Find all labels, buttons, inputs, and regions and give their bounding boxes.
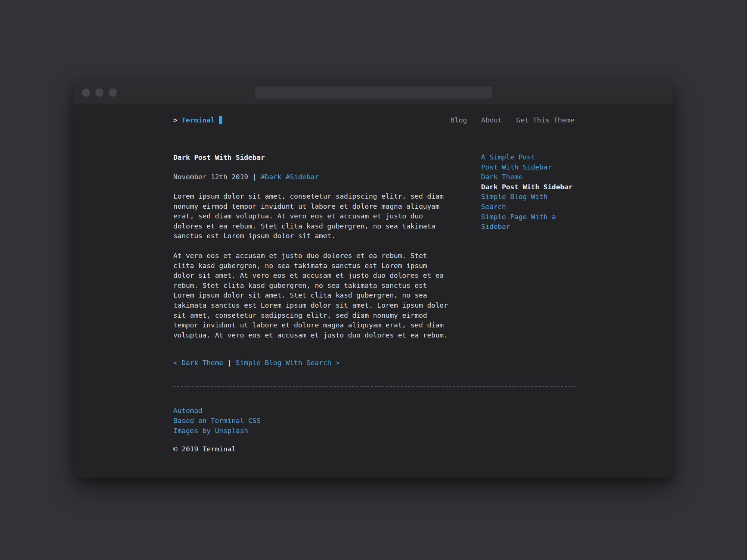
sidebar-item-dark-theme[interactable]: Dark Theme — [481, 172, 574, 182]
post-paragraph: Lorem ipsum dolor sit amet, consetetur s… — [173, 192, 450, 241]
window-controls — [82, 88, 117, 97]
meta-separator: | — [252, 173, 257, 181]
site-footer: Automad Based on Terminal CSS Images by … — [173, 405, 574, 454]
main-nav: Blog About Get This Theme — [450, 116, 574, 124]
content-columns: Dark Post With Sidebar November 12th 201… — [173, 152, 574, 368]
post-title: Dark Post With Sidebar — [173, 152, 450, 162]
sidebar: A Simple Post Post With Sidebar Dark The… — [481, 152, 574, 368]
post-meta: November 12th 2019 | #Dark #Sidebar — [173, 172, 450, 182]
nav-item-blog[interactable]: Blog — [450, 116, 467, 124]
footer-links: Automad Based on Terminal CSS Images by … — [173, 405, 574, 436]
post-paragraph: At vero eos et accusam et justo duo dolo… — [173, 251, 450, 340]
cursor-block-icon — [219, 116, 222, 124]
brand-link[interactable]: Terminal — [182, 116, 215, 124]
browser-window: > Terminal Blog About Get This Theme Dar… — [74, 81, 673, 478]
footer-link-unsplash[interactable]: Images by Unsplash — [173, 426, 574, 436]
tag-sidebar[interactable]: #Sidebar — [286, 173, 319, 181]
window-titlebar — [74, 81, 673, 104]
post-pagination: < Dark Theme | Simple Blog With Search > — [173, 358, 450, 368]
sidebar-item-simple-page-with-a-sidebar[interactable]: Simple Page With a Sidebar — [481, 212, 574, 232]
nav-item-get-this-theme[interactable]: Get This Theme — [516, 116, 574, 124]
page-content: > Terminal Blog About Get This Theme Dar… — [74, 104, 673, 454]
sidebar-item-a-simple-post[interactable]: A Simple Post — [481, 152, 574, 162]
copyright-text: © 2019 Terminal — [173, 444, 574, 454]
pagination-separator: | — [227, 359, 232, 367]
site-header: > Terminal Blog About Get This Theme — [173, 115, 574, 125]
sidebar-item-dark-post-with-sidebar-current: Dark Post With Sidebar — [481, 182, 574, 192]
tag-dark[interactable]: #Dark — [261, 173, 282, 181]
site-brand: > Terminal — [173, 116, 222, 124]
nav-item-about[interactable]: About — [481, 116, 502, 124]
pagination-prev-link[interactable]: < Dark Theme — [173, 359, 223, 367]
window-close-button[interactable] — [82, 88, 90, 97]
dashed-divider — [173, 386, 574, 387]
window-zoom-button[interactable] — [109, 88, 117, 97]
footer-link-terminal-css[interactable]: Based on Terminal CSS — [173, 416, 574, 426]
window-minimize-button[interactable] — [95, 88, 103, 97]
pagination-next-link[interactable]: Simple Blog With Search > — [236, 359, 340, 367]
page-background: { "colors": { "accent": "#4d9fd8", "wind… — [0, 0, 747, 560]
post-date: November 12th 2019 — [173, 173, 248, 181]
sidebar-item-simple-blog-with-search[interactable]: Simple Blog With Search — [481, 192, 574, 212]
address-bar[interactable] — [255, 87, 492, 99]
post-article: Dark Post With Sidebar November 12th 201… — [173, 152, 450, 368]
prompt-glyph: > — [173, 116, 177, 124]
footer-link-automad[interactable]: Automad — [173, 405, 574, 416]
sidebar-item-post-with-sidebar[interactable]: Post With Sidebar — [481, 162, 574, 172]
